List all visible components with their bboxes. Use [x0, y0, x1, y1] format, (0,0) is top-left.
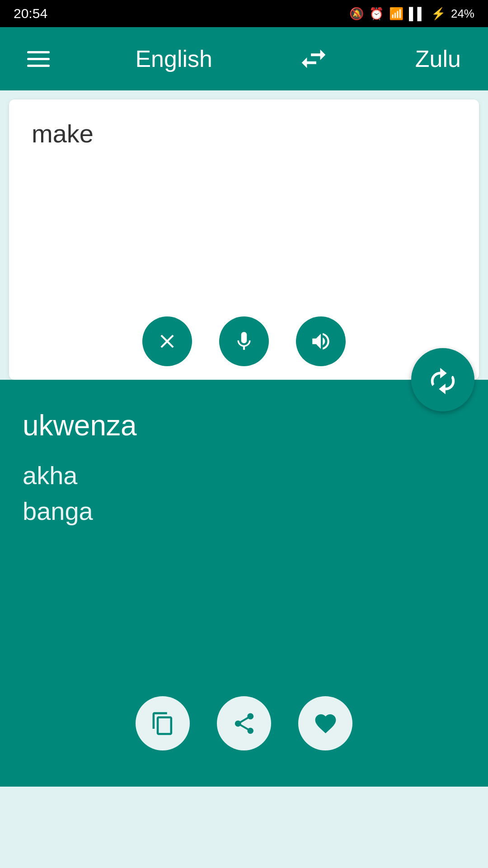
status-icons: 🔕 ⏰ 📶 ▌▌ ⚡ 24%: [349, 7, 474, 21]
clear-button[interactable]: [142, 316, 192, 366]
output-texts: ukwenza akha banga: [23, 407, 465, 529]
alarm-icon: ⏰: [369, 7, 384, 21]
input-area: make: [9, 99, 479, 380]
microphone-button[interactable]: [219, 316, 269, 366]
alt-translation-line2: banga: [23, 497, 93, 525]
speak-button[interactable]: [296, 316, 346, 366]
translation-input[interactable]: make: [32, 118, 456, 298]
translate-button[interactable]: [411, 348, 474, 411]
status-bar: 20:54 🔕 ⏰ 📶 ▌▌ ⚡ 24%: [0, 0, 488, 27]
menu-button[interactable]: [27, 51, 50, 67]
favorite-button[interactable]: [298, 696, 352, 750]
input-wrapper: make: [0, 99, 488, 380]
alt-translation-line1: akha: [23, 461, 77, 490]
mute-icon: 🔕: [349, 7, 364, 21]
language-from[interactable]: English: [135, 45, 212, 72]
alt-translation: akha banga: [23, 458, 465, 529]
share-button[interactable]: [217, 696, 271, 750]
primary-translation: ukwenza: [23, 407, 465, 444]
copy-button[interactable]: [136, 696, 190, 750]
battery-level: 24%: [451, 7, 474, 21]
output-area: ukwenza akha banga: [0, 380, 488, 787]
output-controls: [23, 696, 465, 769]
input-controls: [32, 316, 456, 366]
status-time: 20:54: [14, 6, 47, 21]
language-to[interactable]: Zulu: [415, 45, 461, 72]
toolbar: English Zulu: [0, 27, 488, 90]
swap-languages-button[interactable]: [298, 43, 329, 75]
sim-icon: 📶: [389, 7, 404, 21]
signal-icon: ▌▌: [409, 7, 426, 21]
charging-icon: ⚡: [431, 7, 446, 21]
